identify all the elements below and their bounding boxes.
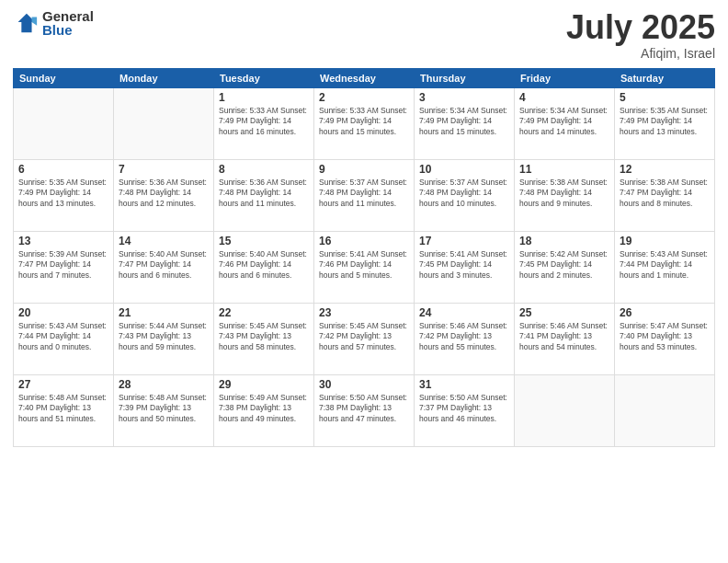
day-info: Sunrise: 5:50 AM Sunset: 7:38 PM Dayligh…	[319, 393, 409, 426]
day-info: Sunrise: 5:50 AM Sunset: 7:37 PM Dayligh…	[419, 393, 509, 426]
calendar-cell: 25Sunrise: 5:46 AM Sunset: 7:41 PM Dayli…	[515, 303, 615, 374]
title-block: July 2025 Afiqim, Israel	[566, 9, 715, 61]
col-thursday: Thursday	[415, 68, 515, 87]
day-info: Sunrise: 5:46 AM Sunset: 7:41 PM Dayligh…	[519, 321, 609, 354]
logo: General Blue	[13, 9, 94, 37]
calendar-cell: 11Sunrise: 5:38 AM Sunset: 7:48 PM Dayli…	[515, 159, 615, 231]
day-number: 7	[119, 163, 209, 176]
calendar-cell: 15Sunrise: 5:40 AM Sunset: 7:46 PM Dayli…	[214, 231, 314, 303]
day-info: Sunrise: 5:33 AM Sunset: 7:49 PM Dayligh…	[219, 106, 309, 139]
col-sunday: Sunday	[14, 68, 114, 87]
logo-icon	[13, 10, 39, 36]
day-number: 14	[119, 235, 209, 247]
day-info: Sunrise: 5:37 AM Sunset: 7:48 PM Dayligh…	[319, 178, 409, 211]
calendar-cell	[14, 87, 114, 159]
day-number: 16	[319, 235, 409, 247]
day-number: 29	[219, 378, 309, 391]
calendar-week-2: 6Sunrise: 5:35 AM Sunset: 7:49 PM Daylig…	[14, 159, 715, 231]
calendar-week-1: 1Sunrise: 5:33 AM Sunset: 7:49 PM Daylig…	[14, 87, 715, 159]
day-info: Sunrise: 5:46 AM Sunset: 7:42 PM Dayligh…	[419, 321, 509, 354]
col-wednesday: Wednesday	[314, 68, 415, 87]
day-number: 18	[519, 235, 609, 247]
calendar-cell: 30Sunrise: 5:50 AM Sunset: 7:38 PM Dayli…	[314, 374, 415, 446]
col-friday: Friday	[515, 68, 615, 87]
day-number: 28	[119, 378, 209, 391]
calendar-cell: 1Sunrise: 5:33 AM Sunset: 7:49 PM Daylig…	[214, 87, 314, 159]
day-info: Sunrise: 5:41 AM Sunset: 7:45 PM Dayligh…	[419, 249, 509, 282]
day-info: Sunrise: 5:35 AM Sunset: 7:49 PM Dayligh…	[18, 178, 108, 211]
day-number: 25	[519, 306, 609, 319]
day-info: Sunrise: 5:40 AM Sunset: 7:47 PM Dayligh…	[119, 249, 209, 282]
day-number: 3	[419, 91, 509, 104]
calendar-cell: 27Sunrise: 5:48 AM Sunset: 7:40 PM Dayli…	[14, 374, 114, 446]
calendar-cell: 19Sunrise: 5:43 AM Sunset: 7:44 PM Dayli…	[615, 231, 715, 303]
day-number: 21	[119, 306, 209, 319]
calendar-cell: 31Sunrise: 5:50 AM Sunset: 7:37 PM Dayli…	[415, 374, 515, 446]
day-info: Sunrise: 5:35 AM Sunset: 7:49 PM Dayligh…	[620, 106, 710, 139]
day-number: 9	[319, 163, 409, 176]
calendar-cell: 23Sunrise: 5:45 AM Sunset: 7:42 PM Dayli…	[314, 303, 415, 374]
day-number: 2	[319, 91, 409, 104]
calendar-cell: 21Sunrise: 5:44 AM Sunset: 7:43 PM Dayli…	[114, 303, 214, 374]
day-info: Sunrise: 5:33 AM Sunset: 7:49 PM Dayligh…	[319, 106, 409, 139]
day-number: 4	[519, 91, 609, 104]
day-info: Sunrise: 5:36 AM Sunset: 7:48 PM Dayligh…	[119, 178, 209, 211]
day-number: 17	[419, 235, 509, 247]
day-number: 8	[219, 163, 309, 176]
col-tuesday: Tuesday	[214, 68, 314, 87]
day-info: Sunrise: 5:44 AM Sunset: 7:43 PM Dayligh…	[119, 321, 209, 354]
calendar-cell: 17Sunrise: 5:41 AM Sunset: 7:45 PM Dayli…	[415, 231, 515, 303]
calendar-cell: 14Sunrise: 5:40 AM Sunset: 7:47 PM Dayli…	[114, 231, 214, 303]
calendar-cell: 6Sunrise: 5:35 AM Sunset: 7:49 PM Daylig…	[14, 159, 114, 231]
day-info: Sunrise: 5:49 AM Sunset: 7:38 PM Dayligh…	[219, 393, 309, 426]
calendar-cell: 5Sunrise: 5:35 AM Sunset: 7:49 PM Daylig…	[615, 87, 715, 159]
day-info: Sunrise: 5:47 AM Sunset: 7:40 PM Dayligh…	[620, 321, 710, 354]
logo-general: General	[42, 9, 94, 23]
day-info: Sunrise: 5:39 AM Sunset: 7:47 PM Dayligh…	[18, 249, 108, 282]
day-info: Sunrise: 5:34 AM Sunset: 7:49 PM Dayligh…	[419, 106, 509, 139]
day-number: 22	[219, 306, 309, 319]
calendar-cell: 20Sunrise: 5:43 AM Sunset: 7:44 PM Dayli…	[14, 303, 114, 374]
day-info: Sunrise: 5:45 AM Sunset: 7:43 PM Dayligh…	[219, 321, 309, 354]
col-saturday: Saturday	[615, 68, 715, 87]
calendar-cell: 12Sunrise: 5:38 AM Sunset: 7:47 PM Dayli…	[615, 159, 715, 231]
calendar-cell: 13Sunrise: 5:39 AM Sunset: 7:47 PM Dayli…	[14, 231, 114, 303]
calendar-table: Sunday Monday Tuesday Wednesday Thursday…	[13, 68, 715, 447]
page-header: General Blue July 2025 Afiqim, Israel	[13, 9, 715, 61]
day-info: Sunrise: 5:42 AM Sunset: 7:45 PM Dayligh…	[519, 249, 609, 282]
day-number: 27	[18, 378, 108, 391]
calendar-cell: 22Sunrise: 5:45 AM Sunset: 7:43 PM Dayli…	[214, 303, 314, 374]
calendar-cell: 2Sunrise: 5:33 AM Sunset: 7:49 PM Daylig…	[314, 87, 415, 159]
day-number: 15	[219, 235, 309, 247]
calendar-cell: 10Sunrise: 5:37 AM Sunset: 7:48 PM Dayli…	[415, 159, 515, 231]
day-number: 19	[620, 235, 710, 247]
day-number: 23	[319, 306, 409, 319]
calendar-cell: 3Sunrise: 5:34 AM Sunset: 7:49 PM Daylig…	[415, 87, 515, 159]
day-number: 26	[620, 306, 710, 319]
day-info: Sunrise: 5:48 AM Sunset: 7:39 PM Dayligh…	[119, 393, 209, 426]
day-number: 20	[18, 306, 108, 319]
calendar-cell	[114, 87, 214, 159]
day-info: Sunrise: 5:43 AM Sunset: 7:44 PM Dayligh…	[18, 321, 108, 354]
calendar-cell: 18Sunrise: 5:42 AM Sunset: 7:45 PM Dayli…	[515, 231, 615, 303]
day-info: Sunrise: 5:38 AM Sunset: 7:48 PM Dayligh…	[519, 178, 609, 211]
calendar-cell: 9Sunrise: 5:37 AM Sunset: 7:48 PM Daylig…	[314, 159, 415, 231]
logo-text: General Blue	[42, 9, 94, 37]
title-month: July 2025	[566, 9, 715, 46]
day-info: Sunrise: 5:45 AM Sunset: 7:42 PM Dayligh…	[319, 321, 409, 354]
calendar-cell	[515, 374, 615, 446]
calendar-cell: 4Sunrise: 5:34 AM Sunset: 7:49 PM Daylig…	[515, 87, 615, 159]
day-info: Sunrise: 5:34 AM Sunset: 7:49 PM Dayligh…	[519, 106, 609, 139]
calendar-week-4: 20Sunrise: 5:43 AM Sunset: 7:44 PM Dayli…	[14, 303, 715, 374]
calendar-cell: 28Sunrise: 5:48 AM Sunset: 7:39 PM Dayli…	[114, 374, 214, 446]
day-number: 10	[419, 163, 509, 176]
day-number: 31	[419, 378, 509, 391]
day-number: 5	[620, 91, 710, 104]
calendar-body: 1Sunrise: 5:33 AM Sunset: 7:49 PM Daylig…	[14, 87, 715, 446]
svg-marker-0	[18, 14, 36, 33]
col-monday: Monday	[114, 68, 214, 87]
day-number: 24	[419, 306, 509, 319]
day-info: Sunrise: 5:36 AM Sunset: 7:48 PM Dayligh…	[219, 178, 309, 211]
day-info: Sunrise: 5:40 AM Sunset: 7:46 PM Dayligh…	[219, 249, 309, 282]
calendar-week-3: 13Sunrise: 5:39 AM Sunset: 7:47 PM Dayli…	[14, 231, 715, 303]
